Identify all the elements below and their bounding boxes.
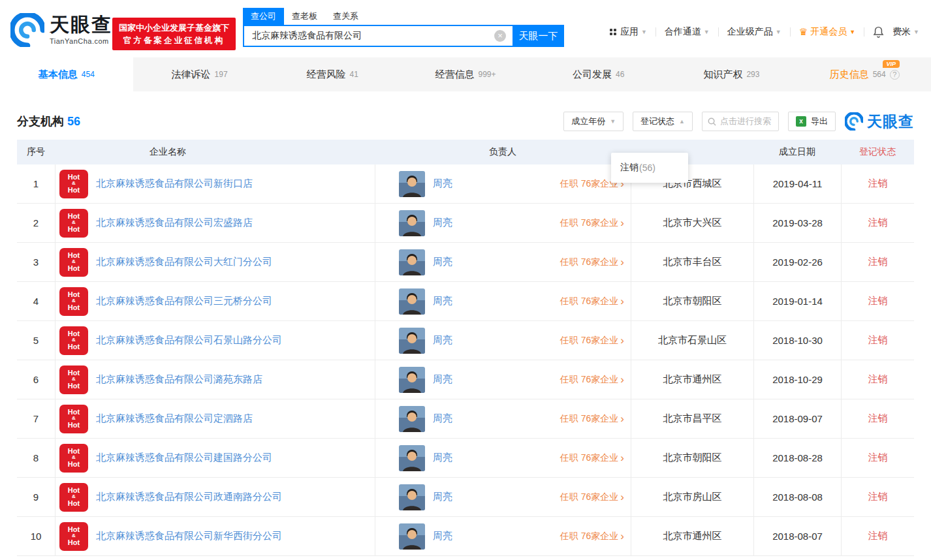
- company-name-link[interactable]: 北京麻辣诱惑食品有限公司定泗路店: [96, 412, 253, 425]
- person-name-link[interactable]: 周亮: [433, 373, 452, 386]
- founding-date-cell: 2019-04-11: [753, 164, 841, 203]
- person-positions-link[interactable]: 任职 76家企业 ›: [560, 296, 631, 307]
- company-name-link[interactable]: 北京麻辣诱惑食品有限公司新华西街分公司: [96, 530, 282, 542]
- filter-registration-status[interactable]: 登记状态 ▲: [633, 112, 693, 131]
- person-name-link[interactable]: 周亮: [433, 217, 452, 229]
- person-positions-link[interactable]: 任职 76家企业 ›: [560, 452, 631, 464]
- person-name-link[interactable]: 周亮: [433, 491, 452, 503]
- logo-text: Hot: [68, 343, 80, 350]
- person-name-link[interactable]: 周亮: [433, 452, 452, 464]
- person-photo: [399, 406, 425, 432]
- tab-search-relation[interactable]: 查关系: [325, 8, 366, 25]
- company-logo[interactable]: Hot & Hot: [59, 444, 88, 473]
- nav-enterprise-products[interactable]: 企业级产品 ▼: [727, 26, 781, 38]
- positions-count-text: 任职 76家企业: [560, 491, 618, 503]
- tab-company-development[interactable]: 公司发展 46: [532, 57, 665, 91]
- company-name-link[interactable]: 北京麻辣诱惑食品有限公司潞苑东路店: [96, 373, 262, 386]
- person-avatar[interactable]: [399, 484, 425, 510]
- row-index: 3: [17, 243, 55, 281]
- person-avatar[interactable]: [399, 171, 425, 197]
- positions-count-text: 任职 76家企业: [560, 217, 618, 229]
- person-name-link[interactable]: 周亮: [433, 295, 452, 307]
- company-name-link[interactable]: 北京麻辣诱惑食品有限公司新街口店: [96, 178, 253, 190]
- chevron-right-icon: ›: [620, 217, 624, 228]
- nav-cooperation[interactable]: 合作通道 ▼: [665, 26, 710, 38]
- row-index: 7: [17, 399, 55, 438]
- certification-badge: 国家中小企业发展子基金旗下 官方备案企业征信机构: [112, 18, 236, 50]
- table-row: 5 Hot & Hot 北京麻辣诱惑食品有限公司石景山路分公司 周亮: [17, 321, 914, 360]
- company-logo[interactable]: Hot & Hot: [59, 209, 88, 238]
- search-button[interactable]: 天眼一下: [513, 25, 564, 47]
- person-name-link[interactable]: 周亮: [433, 530, 452, 542]
- company-logo[interactable]: Hot & Hot: [59, 287, 88, 316]
- person-avatar[interactable]: [399, 445, 425, 471]
- person-avatar[interactable]: [399, 328, 425, 354]
- person-positions-link[interactable]: 任职 76家企业 ›: [560, 257, 631, 268]
- tab-legal-proceedings[interactable]: 法律诉讼 197: [133, 57, 266, 91]
- company-name-link[interactable]: 北京麻辣诱惑食品有限公司三元桥分公司: [96, 295, 272, 307]
- filter-status-label: 登记状态: [640, 116, 674, 127]
- positions-count-text: 任职 76家企业: [560, 531, 618, 542]
- company-logo[interactable]: Hot & Hot: [59, 170, 88, 198]
- company-logo[interactable]: Hot & Hot: [59, 522, 88, 551]
- company-logo[interactable]: Hot & Hot: [59, 483, 88, 512]
- person-name-link[interactable]: 周亮: [433, 334, 452, 347]
- status-dropdown-menu: 注销 (56): [611, 153, 688, 183]
- person-photo: [399, 328, 425, 354]
- person-avatar[interactable]: [399, 288, 425, 315]
- nav-open-membership[interactable]: ♛ 开通会员 ▼: [799, 26, 855, 38]
- region-cell: 北京市房山区: [631, 478, 753, 516]
- company-search-input[interactable]: [243, 25, 513, 47]
- tab-business-info[interactable]: 经营信息 999+: [399, 57, 532, 91]
- person-name-link[interactable]: 周亮: [433, 256, 452, 268]
- company-name-link[interactable]: 北京麻辣诱惑食品有限公司石景山路分公司: [96, 334, 282, 347]
- company-name-link[interactable]: 北京麻辣诱惑食品有限公司宏盛路店: [96, 217, 253, 229]
- company-logo[interactable]: Hot & Hot: [59, 366, 88, 394]
- person-positions-link[interactable]: 任职 76家企业 ›: [560, 335, 631, 347]
- nav-user[interactable]: 费米 ▼: [892, 26, 919, 38]
- tianyancha-logo[interactable]: 天眼查 TianYanCha.com: [10, 13, 112, 47]
- person-positions-link[interactable]: 任职 76家企业 ›: [560, 413, 631, 425]
- tab-intellectual-property[interactable]: 知识产权 293: [665, 57, 798, 91]
- person-avatar[interactable]: [399, 523, 425, 550]
- help-icon[interactable]: ?: [890, 70, 900, 80]
- tab-operating-risk[interactable]: 经营风险 41: [266, 57, 399, 91]
- row-index: 8: [17, 439, 55, 477]
- person-name-link[interactable]: 周亮: [433, 178, 452, 190]
- company-name-link[interactable]: 北京麻辣诱惑食品有限公司大红门分公司: [96, 256, 272, 268]
- brand-title: 天眼查: [50, 15, 112, 35]
- tab-basic-info[interactable]: 基本信息 454: [0, 57, 133, 91]
- notification-bell-icon[interactable]: [873, 26, 884, 38]
- search-area: 查公司 查老板 查关系 × 天眼一下: [243, 8, 564, 47]
- person-avatar[interactable]: [399, 406, 425, 432]
- clear-search-icon[interactable]: ×: [494, 30, 506, 42]
- company-logo[interactable]: Hot & Hot: [59, 248, 88, 277]
- tab-history-info[interactable]: VIP 历史信息 564 ?: [798, 57, 931, 91]
- positions-count-text: 任职 76家企业: [560, 257, 618, 268]
- company-logo[interactable]: Hot & Hot: [59, 326, 88, 355]
- nav-apps[interactable]: 应用 ▼: [610, 26, 647, 38]
- founding-date-cell: 2018-08-07: [753, 517, 841, 555]
- filter-founding-year[interactable]: 成立年份 ▼: [563, 112, 623, 131]
- founding-date-cell: 2018-09-07: [753, 399, 841, 438]
- person-positions-link[interactable]: 任职 76家企业 ›: [560, 374, 631, 386]
- person-positions-link[interactable]: 任职 76家企业 ›: [560, 491, 631, 503]
- tab-label: 经营信息: [435, 69, 475, 81]
- company-name-link[interactable]: 北京麻辣诱惑食品有限公司建国路分公司: [96, 452, 272, 464]
- company-name-link[interactable]: 北京麻辣诱惑食品有限公司政通南路分公司: [96, 491, 282, 503]
- person-positions-link[interactable]: 任职 76家企业 ›: [560, 531, 631, 542]
- table-search-input[interactable]: 点击进行搜索: [702, 112, 779, 131]
- person-name-link[interactable]: 周亮: [433, 412, 452, 425]
- export-button[interactable]: x 导出: [788, 112, 836, 131]
- person-avatar[interactable]: [399, 367, 425, 393]
- tab-search-boss[interactable]: 查老板: [284, 8, 325, 25]
- person-avatar[interactable]: [399, 210, 425, 236]
- brand-domain: TianYanCha.com: [50, 37, 112, 45]
- chevron-down-icon: ▼: [776, 29, 781, 35]
- company-logo[interactable]: Hot & Hot: [59, 405, 88, 433]
- person-avatar[interactable]: [399, 249, 425, 275]
- person-positions-link[interactable]: 任职 76家企业 ›: [560, 217, 631, 229]
- tab-search-company[interactable]: 查公司: [243, 8, 284, 25]
- tianyancha-logo-icon: [10, 13, 44, 47]
- dropdown-option-cancelled[interactable]: 注销: [620, 162, 639, 174]
